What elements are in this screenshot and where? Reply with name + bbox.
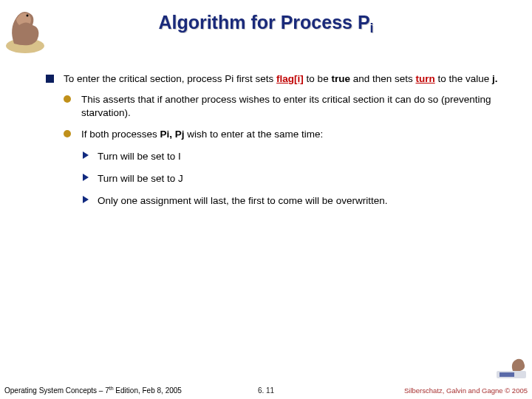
text: Turn will be set to I <box>98 151 181 162</box>
bullet-level1: To enter the critical section, process P… <box>46 72 502 86</box>
footer-page-number: 6. 11 <box>258 386 274 395</box>
text: wish to enter at the same time: <box>185 129 324 140</box>
slide-content: To enter the critical section, process P… <box>46 72 502 208</box>
text: Turn will be set to J <box>98 173 183 184</box>
title-main: Algorithm for Process P <box>158 12 369 33</box>
turn-keyword: turn <box>415 73 434 84</box>
text: Only one assignment will last, the first… <box>98 195 387 206</box>
text: Operating System Concepts – 7 <box>4 386 109 395</box>
text: to be <box>304 73 332 84</box>
pij-keyword: Pi, Pj <box>160 129 185 140</box>
footer-edition: Operating System Concepts – 7th Edition,… <box>4 386 182 395</box>
title-subscript: i <box>370 21 374 35</box>
slide-title: Algorithm for Process Pi <box>0 0 532 33</box>
arrow-bullet-icon <box>83 196 89 203</box>
bullet-level3: Turn will be set to J <box>83 172 502 185</box>
true-keyword: true <box>331 73 350 84</box>
bullet-level2: This asserts that if another process wis… <box>64 93 502 120</box>
j-keyword: j. <box>492 73 498 84</box>
dinosaur-logo-top <box>3 3 47 55</box>
bullet-level2: If both processes Pi, Pj wish to enter a… <box>64 128 502 141</box>
text: If both processes <box>81 129 160 140</box>
bullet-level3: Only one assignment will last, the first… <box>83 194 502 208</box>
text: to the value <box>435 73 492 84</box>
bullet-level3: Turn will be set to I <box>83 150 502 163</box>
flag-keyword: flag[i] <box>276 73 304 84</box>
text: Edition, Feb 8, 2005 <box>114 386 182 395</box>
text: This asserts that if another process wis… <box>81 94 491 118</box>
svg-rect-3 <box>499 372 514 377</box>
arrow-bullet-icon <box>83 174 89 181</box>
arrow-bullet-icon <box>83 151 89 159</box>
circle-bullet-icon <box>64 95 71 103</box>
text: and then sets <box>350 73 416 84</box>
dinosaur-logo-bottom <box>495 353 528 380</box>
circle-bullet-icon <box>64 130 71 137</box>
svg-point-1 <box>27 15 29 17</box>
square-bullet-icon <box>46 75 54 83</box>
footer-copyright: Silberschatz, Galvin and Gagne © 2005 <box>404 386 528 395</box>
text: To enter the critical section, process P… <box>64 73 276 84</box>
